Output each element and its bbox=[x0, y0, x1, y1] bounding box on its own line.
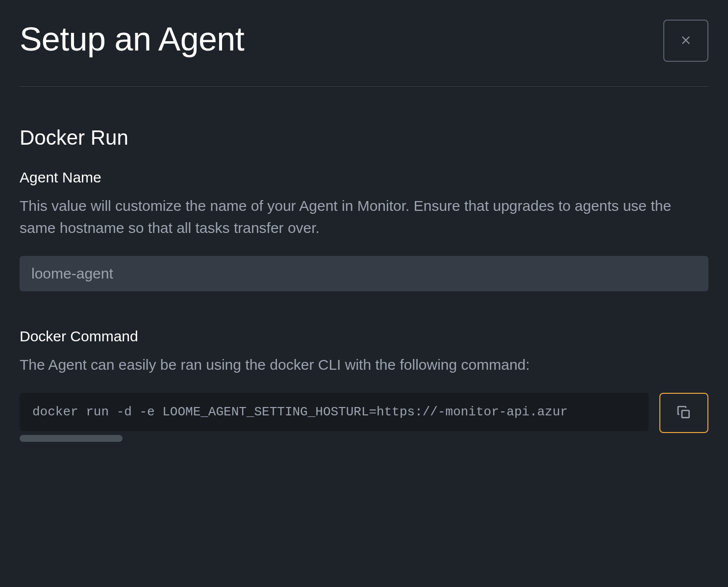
agent-name-label: Agent Name bbox=[20, 169, 708, 186]
section-title: Docker Run bbox=[20, 126, 708, 150]
code-block-wrapper: docker run -d -e LOOME_AGENT_SETTING_HOS… bbox=[20, 393, 649, 442]
close-button[interactable] bbox=[663, 20, 708, 62]
docker-command-field-group: Docker Command The Agent can easily be r… bbox=[20, 328, 708, 442]
docker-command-code[interactable]: docker run -d -e LOOME_AGENT_SETTING_HOS… bbox=[20, 393, 649, 431]
close-icon bbox=[679, 33, 693, 49]
modal-header: Setup an Agent bbox=[20, 20, 708, 87]
agent-name-description: This value will customize the name of yo… bbox=[20, 195, 708, 239]
command-row: docker run -d -e LOOME_AGENT_SETTING_HOS… bbox=[20, 393, 708, 442]
agent-name-input[interactable] bbox=[20, 256, 708, 291]
copy-button[interactable] bbox=[659, 393, 708, 433]
copy-icon bbox=[676, 405, 692, 422]
horizontal-scrollbar[interactable] bbox=[20, 435, 123, 442]
page-title: Setup an Agent bbox=[20, 20, 244, 58]
agent-name-field-group: Agent Name This value will customize the… bbox=[20, 169, 708, 291]
docker-command-label: Docker Command bbox=[20, 328, 708, 345]
docker-command-description: The Agent can easily be ran using the do… bbox=[20, 354, 708, 376]
svg-rect-0 bbox=[682, 410, 689, 418]
